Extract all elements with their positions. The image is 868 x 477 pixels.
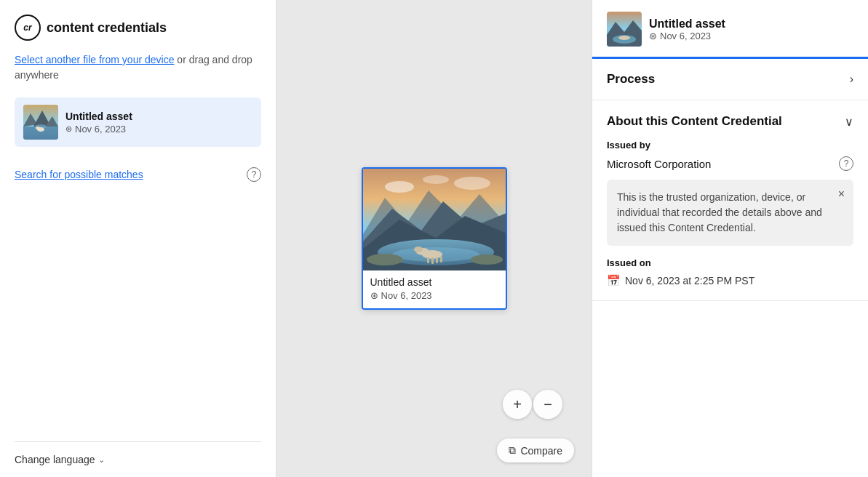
svg-rect-19	[427, 257, 429, 263]
cr-logo-icon: cr	[15, 15, 41, 41]
asset-info: Untitled asset ⊛ Nov 6, 2023	[65, 111, 132, 135]
svg-point-25	[423, 175, 449, 184]
about-label: About this Content Credential	[607, 113, 782, 129]
svg-rect-20	[431, 257, 434, 264]
logo-area: cr content credentials	[15, 15, 261, 41]
image-card-name: Untitled asset	[370, 276, 498, 288]
image-card-image	[363, 169, 506, 270]
issued-on-label: Issued on	[607, 257, 853, 268]
issued-by-name: Microsoft Corporation	[607, 158, 711, 170]
right-panel: Untitled asset ⊛ Nov 6, 2023 Process › A…	[592, 0, 868, 477]
svg-point-24	[454, 177, 490, 190]
search-row: Search for possible matches ?	[15, 161, 261, 188]
asset-date: ⊛ Nov 6, 2023	[65, 124, 132, 135]
about-section-header[interactable]: About this Content Credential ∨	[607, 113, 853, 129]
change-language-button[interactable]: Change language ⌄	[15, 454, 261, 465]
image-card-date: ⊛ Nov 6, 2023	[370, 290, 498, 301]
left-bottom: Change language ⌄	[15, 441, 261, 477]
compare-button[interactable]: ⧉ Compare	[497, 438, 574, 462]
left-panel: cr content credentials Select another fi…	[0, 0, 276, 477]
select-file-link[interactable]: Select another file from your device	[15, 54, 174, 65]
issued-by-row: Microsoft Corporation ?	[607, 156, 853, 171]
svg-point-14	[367, 254, 403, 265]
svg-point-15	[471, 254, 503, 265]
about-section: About this Content Credential ∨ Issued b…	[592, 100, 868, 301]
asset-item[interactable]: Untitled asset ⊛ Nov 6, 2023	[15, 97, 261, 147]
about-chevron-icon: ∨	[845, 115, 853, 129]
calendar-icon: 📅	[607, 274, 621, 287]
right-asset-date: ⊛ Nov 6, 2023	[649, 31, 725, 41]
tooltip-close-button[interactable]: ×	[838, 188, 845, 200]
center-panel: Untitled asset ⊛ Nov 6, 2023 + − ⧉ Compa…	[276, 0, 592, 477]
svg-point-29	[618, 36, 630, 40]
image-card-caption: Untitled asset ⊛ Nov 6, 2023	[363, 270, 506, 308]
right-asset-name: Untitled asset	[649, 17, 725, 31]
svg-point-7	[36, 127, 40, 129]
cr-small-icon: ⊛	[65, 124, 72, 134]
app-title: content credentials	[47, 20, 167, 36]
svg-rect-22	[440, 257, 442, 262]
search-matches-link[interactable]: Search for possible matches	[15, 169, 143, 180]
select-file-text: Select another file from your device or …	[15, 52, 261, 83]
issued-by-label: Issued by	[607, 140, 853, 151]
right-header-info: Untitled asset ⊛ Nov 6, 2023	[649, 17, 725, 41]
help-icon[interactable]: ?	[247, 167, 261, 182]
zoom-out-button[interactable]: −	[533, 390, 562, 419]
svg-rect-21	[436, 257, 438, 263]
process-chevron-icon: ›	[850, 73, 853, 86]
chevron-down-icon: ⌄	[98, 455, 105, 465]
tooltip-box: This is the trusted organization, device…	[607, 180, 853, 246]
image-card: Untitled asset ⊛ Nov 6, 2023	[362, 167, 507, 310]
zoom-in-button[interactable]: +	[503, 390, 532, 419]
svg-point-18	[414, 246, 423, 252]
issued-on-value: 📅 Nov 6, 2023 at 2:25 PM PST	[607, 274, 853, 287]
asset-thumbnail	[23, 105, 58, 140]
process-label: Process	[607, 72, 655, 87]
issued-by-help-icon[interactable]: ?	[839, 156, 853, 171]
cr-right-icon: ⊛	[649, 31, 657, 41]
tooltip-text: This is the trusted organization, device…	[617, 190, 843, 236]
zoom-controls: + −	[503, 390, 562, 419]
svg-point-23	[385, 181, 414, 193]
right-header: Untitled asset ⊛ Nov 6, 2023	[592, 0, 868, 59]
compare-icon: ⧉	[509, 444, 516, 457]
right-asset-thumbnail	[607, 12, 642, 47]
asset-name: Untitled asset	[65, 111, 132, 122]
cr-card-icon: ⊛	[370, 290, 378, 301]
process-section[interactable]: Process ›	[592, 59, 868, 100]
